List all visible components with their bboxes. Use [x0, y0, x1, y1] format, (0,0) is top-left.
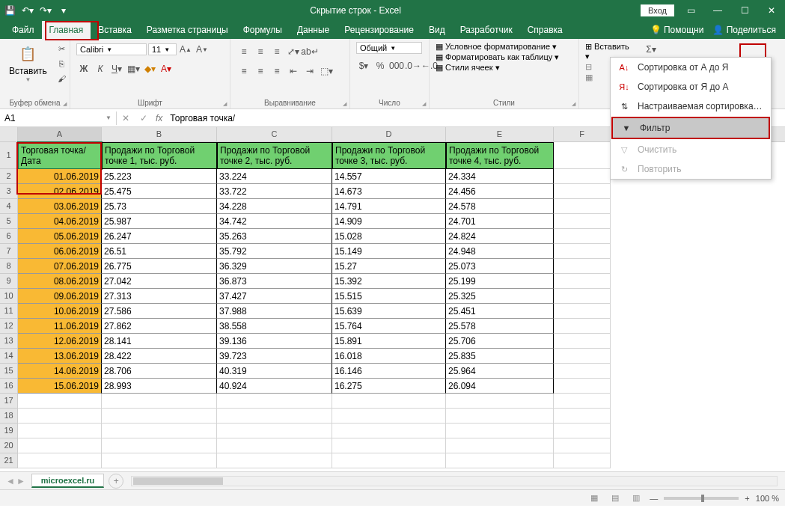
row-header[interactable]: 18 — [0, 409, 18, 424]
cell[interactable]: 15.028 — [332, 229, 446, 244]
qat-customize-icon[interactable]: ▾ — [57, 4, 70, 17]
cell[interactable]: 08.06.2019 — [18, 274, 102, 289]
cell[interactable]: 33.722 — [217, 184, 332, 199]
italic-button[interactable]: К — [93, 61, 108, 76]
cell[interactable]: 16.018 — [332, 349, 446, 364]
row-header[interactable]: 6 — [0, 229, 18, 244]
row-header[interactable]: 20 — [0, 438, 18, 453]
tab-данные[interactable]: Данные — [290, 21, 337, 39]
cell[interactable] — [18, 424, 102, 438]
cell[interactable] — [332, 453, 446, 468]
cell[interactable]: 36.329 — [217, 259, 332, 274]
tab-разработчик[interactable]: Разработчик — [453, 21, 520, 39]
cell[interactable] — [332, 438, 446, 453]
zoom-out-button[interactable]: — — [650, 494, 658, 503]
cell[interactable]: 27.042 — [102, 274, 217, 289]
cell[interactable] — [554, 424, 611, 438]
fill-color-icon[interactable]: ◆▾ — [142, 61, 157, 76]
row-header[interactable]: 11 — [0, 304, 18, 319]
cell[interactable]: 06.06.2019 — [18, 244, 102, 259]
name-box[interactable]: ▼ — [0, 111, 117, 125]
cell[interactable]: 15.891 — [332, 334, 446, 349]
cell[interactable] — [554, 274, 611, 289]
sort-asc-item[interactable]: A↓Сортировка от А до Я — [611, 58, 771, 77]
cell[interactable]: 28.141 — [102, 334, 217, 349]
cell[interactable]: 15.27 — [332, 259, 446, 274]
cell[interactable]: 40.924 — [217, 379, 332, 394]
cell[interactable]: 26.51 — [102, 244, 217, 259]
cell[interactable]: 35.263 — [217, 229, 332, 244]
cell[interactable]: 25.199 — [446, 274, 554, 289]
align-right-icon[interactable]: ≡ — [269, 64, 284, 79]
maximize-icon[interactable]: ☐ — [734, 0, 755, 21]
row-header[interactable]: 17 — [0, 394, 18, 409]
row-header[interactable]: 7 — [0, 244, 18, 259]
orientation-icon[interactable]: ⤢▾ — [286, 44, 301, 59]
cell[interactable] — [554, 319, 611, 334]
tab-рецензирование[interactable]: Рецензирование — [337, 21, 421, 39]
cell[interactable]: 37.988 — [217, 304, 332, 319]
row-header[interactable]: 19 — [0, 424, 18, 438]
cell[interactable] — [102, 409, 217, 424]
horizontal-scrollbar[interactable] — [131, 476, 778, 486]
cell[interactable] — [18, 453, 102, 468]
page-break-view-icon[interactable]: ▥ — [629, 492, 644, 504]
cell[interactable]: Продажи по Торговой точке 1, тыс. руб. — [102, 142, 217, 169]
cell[interactable]: 25.73 — [102, 199, 217, 214]
row-header[interactable]: 13 — [0, 334, 18, 349]
cell[interactable]: 15.764 — [332, 319, 446, 334]
cell[interactable]: 33.224 — [217, 169, 332, 184]
redo-icon[interactable]: ↷▾ — [39, 4, 52, 17]
ribbon-display-icon[interactable]: ▭ — [680, 0, 701, 21]
cell[interactable]: 24.824 — [446, 229, 554, 244]
delete-cells-button[interactable]: ⊟ — [585, 62, 592, 72]
cell[interactable] — [446, 453, 554, 468]
cell[interactable]: 16.146 — [332, 364, 446, 379]
column-header-E[interactable]: E — [446, 127, 554, 141]
currency-icon[interactable]: $▾ — [356, 58, 371, 73]
cell-styles-button[interactable]: ▦ Стили ячеек ▾ — [436, 63, 500, 73]
comma-icon[interactable]: 000 — [389, 58, 404, 73]
tab-разметка страницы[interactable]: Разметка страницы — [139, 21, 236, 39]
cell[interactable] — [554, 259, 611, 274]
cell[interactable]: 15.639 — [332, 304, 446, 319]
cell[interactable]: 28.706 — [102, 364, 217, 379]
cell[interactable]: 25.578 — [446, 319, 554, 334]
name-box-input[interactable] — [4, 113, 79, 123]
cell[interactable]: 26.094 — [446, 379, 554, 394]
cell[interactable] — [446, 424, 554, 438]
cell[interactable] — [554, 349, 611, 364]
save-icon[interactable]: 💾 — [3, 4, 16, 17]
tab-вид[interactable]: Вид — [421, 21, 453, 39]
normal-view-icon[interactable]: ▦ — [587, 492, 602, 504]
cell[interactable]: 25.475 — [102, 184, 217, 199]
row-header[interactable]: 8 — [0, 259, 18, 274]
cell[interactable] — [446, 438, 554, 453]
cell[interactable] — [217, 424, 332, 438]
cell[interactable] — [217, 438, 332, 453]
row-header[interactable]: 3 — [0, 184, 18, 199]
cell[interactable] — [332, 409, 446, 424]
row-header[interactable]: 9 — [0, 274, 18, 289]
cell[interactable] — [217, 453, 332, 468]
copy-icon[interactable]: ⎘ — [55, 57, 70, 70]
cell[interactable]: 15.149 — [332, 244, 446, 259]
cell[interactable]: 25.987 — [102, 214, 217, 229]
row-header[interactable]: 21 — [0, 453, 18, 468]
zoom-in-button[interactable]: + — [745, 494, 749, 503]
cell[interactable]: 10.06.2019 — [18, 304, 102, 319]
cell[interactable]: 34.228 — [217, 199, 332, 214]
cell[interactable]: 24.948 — [446, 244, 554, 259]
font-size-select[interactable]: 11▼ — [148, 43, 177, 55]
paste-button[interactable]: 📋 Вставить ▼ — [6, 42, 50, 85]
tab-главная[interactable]: Главная — [42, 21, 91, 39]
zoom-level[interactable]: 100 % — [756, 494, 779, 503]
cell[interactable] — [554, 199, 611, 214]
cell[interactable]: 36.873 — [217, 274, 332, 289]
cell[interactable] — [554, 244, 611, 259]
align-top-icon[interactable]: ≡ — [236, 44, 251, 59]
cell[interactable]: 35.792 — [217, 244, 332, 259]
cell[interactable] — [554, 394, 611, 409]
cell[interactable]: 26.775 — [102, 259, 217, 274]
cell[interactable]: Продажи по Торговой точке 4, тыс. руб. — [446, 142, 554, 169]
